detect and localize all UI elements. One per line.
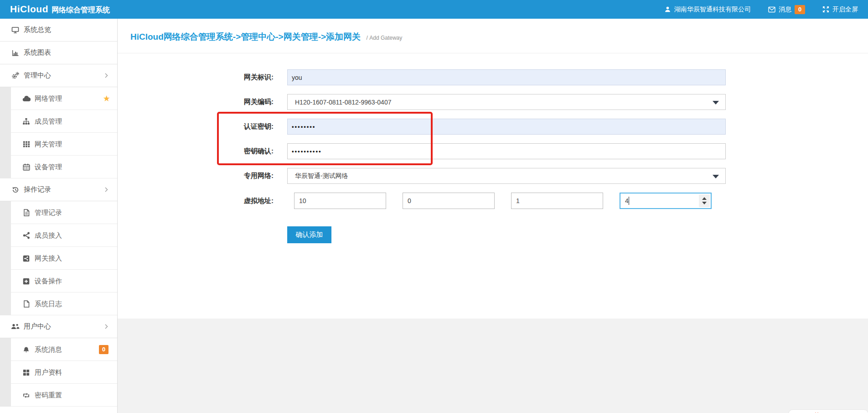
sidebar-item-label: 成员管理 xyxy=(35,117,62,126)
sidebar-item-label: 设备管理 xyxy=(35,163,62,172)
top-bar: HiCloud 网络综合管理系统 湖南华辰智通科技有限公司 消息 0 xyxy=(0,0,868,19)
spinner-down-icon[interactable] xyxy=(702,202,707,204)
breadcrumb-suffix: / Add Gateway xyxy=(367,35,403,41)
sidebar-item-user-center[interactable]: 用户中心 xyxy=(0,315,117,338)
brand-suffix: 网络综合管理系统 xyxy=(52,5,110,15)
gateway-code-value: H120-1607-0811-0812-9963-0407 xyxy=(295,99,391,106)
sidebar-item-label: 网络管理 xyxy=(35,94,62,103)
form-row-gateway-id: 网关标识: xyxy=(118,69,868,85)
envelope-icon xyxy=(768,6,775,13)
add-gateway-form: 网关标识: 网关编码: H120-1607-0811-0812-9963-040… xyxy=(118,69,868,243)
auth-key-label: 认证密钥: xyxy=(118,122,274,131)
sitemap-icon xyxy=(22,118,31,125)
sidebar-item-system-charts[interactable]: 系统图表 xyxy=(0,42,117,64)
sidebar-item-admin-center[interactable]: 管理中心 xyxy=(0,64,117,87)
star-icon[interactable]: ★ xyxy=(103,94,110,104)
company-name: 湖南华辰智通科技有限公司 xyxy=(674,5,751,14)
messages-menu[interactable]: 消息 0 xyxy=(768,5,805,14)
sidebar-item-label: 密码重置 xyxy=(35,391,62,400)
virtual-address-octet-3[interactable] xyxy=(511,193,603,209)
sidebar-item-network-mgmt[interactable]: 网络管理 ★ xyxy=(0,87,117,110)
form-row-private-network: 专用网络: 华辰智通-测试网络 xyxy=(118,168,868,184)
sidebar-item-label: 管理记录 xyxy=(35,209,62,217)
sidebar-item-member-mgmt[interactable]: 成员管理 xyxy=(0,110,117,133)
main-content: HiCloud网络综合管理系统->管理中心->网关管理->添加网关 / Add … xyxy=(118,19,868,319)
floating-widget[interactable] xyxy=(788,409,868,413)
dropdown-caret-icon xyxy=(713,175,719,178)
sidebar-item-label: 系统总览 xyxy=(24,26,51,34)
sidebar-item-gateway-mgmt[interactable]: 网关管理 xyxy=(0,133,117,156)
sidebar-item-admin-records[interactable]: 管理记录 xyxy=(0,201,117,224)
bar-chart-icon xyxy=(11,49,20,57)
chevron-right-icon xyxy=(105,186,108,194)
key-confirm-input[interactable] xyxy=(287,143,726,159)
messages-label: 消息 xyxy=(779,5,791,14)
virtual-address-octet-4[interactable] xyxy=(620,193,712,209)
form-row-auth-key: 认证密钥: xyxy=(118,119,868,135)
retweet-icon xyxy=(22,392,31,399)
cloud-icon xyxy=(22,95,31,103)
text-cursor xyxy=(629,197,629,205)
sidebar-item-label: 用户资料 xyxy=(35,368,62,377)
confirm-add-button[interactable]: 确认添加 xyxy=(287,226,331,243)
sidebar-nav: 系统总览 系统图表 管理中心 网络管理 ★ 成员管理 网关管理 xyxy=(0,19,118,413)
user-icon xyxy=(664,6,671,13)
gateway-code-select[interactable]: H120-1607-0811-0812-9963-0407 xyxy=(287,94,726,110)
sidebar-item-device-mgmt[interactable]: 设备管理 xyxy=(0,156,117,178)
brand-name: HiCloud xyxy=(10,4,48,15)
notification-badge: 0 xyxy=(99,345,108,354)
breadcrumb: HiCloud网络综合管理系统->管理中心->网关管理->添加网关 xyxy=(130,32,361,42)
share-square-icon xyxy=(22,255,31,262)
sidebar-item-member-access[interactable]: 成员接入 xyxy=(0,224,117,247)
fullscreen-label: 开启全屏 xyxy=(832,5,858,14)
sidebar-item-user-profile[interactable]: 用户资料 xyxy=(0,361,117,384)
virtual-address-octet-1[interactable] xyxy=(294,193,386,209)
users-icon xyxy=(11,323,20,330)
desktop-icon xyxy=(11,26,20,34)
sidebar-item-system-messages[interactable]: 系统消息 0 xyxy=(0,338,117,361)
calendar-icon xyxy=(22,163,31,171)
gears-icon xyxy=(11,72,20,79)
sidebar-item-operation-records[interactable]: 操作记录 xyxy=(0,178,117,201)
form-row-gateway-code: 网关编码: H120-1607-0811-0812-9963-0407 xyxy=(118,94,868,110)
plus-square-icon xyxy=(22,277,31,285)
file-icon xyxy=(22,300,31,308)
sidebar-item-label: 管理中心 xyxy=(24,71,51,80)
sidebar-item-device-operation[interactable]: 设备操作 xyxy=(0,270,117,293)
sidebar-item-label: 系统消息 xyxy=(35,345,62,354)
private-network-select[interactable]: 华辰智通-测试网络 xyxy=(287,168,726,184)
th-large-icon xyxy=(22,369,31,376)
sidebar-item-system-overview[interactable]: 系统总览 xyxy=(0,19,117,42)
sidebar-item-password-reset[interactable]: 密码重置 xyxy=(0,384,117,407)
gateway-id-label: 网关标识: xyxy=(118,73,274,82)
account-menu[interactable]: 湖南华辰智通科技有限公司 xyxy=(664,5,751,14)
fullscreen-icon xyxy=(822,6,829,13)
chevron-right-icon xyxy=(105,323,108,331)
form-row-virtual-address: 虚拟地址: xyxy=(118,193,868,209)
bell-icon xyxy=(22,346,31,354)
form-row-key-confirm: 密钥确认: xyxy=(118,143,868,159)
auth-key-input[interactable] xyxy=(287,119,726,135)
sidebar-item-label: 设备操作 xyxy=(35,277,62,286)
sidebar-item-label: 操作记录 xyxy=(24,185,51,194)
virtual-address-octet-2[interactable] xyxy=(403,193,495,209)
spinner-up-icon[interactable] xyxy=(702,197,707,200)
fullscreen-toggle[interactable]: 开启全屏 xyxy=(822,5,858,14)
grid-icon xyxy=(22,141,31,148)
dropdown-caret-icon xyxy=(713,101,719,105)
share-icon xyxy=(22,232,31,240)
number-spinner[interactable] xyxy=(699,194,710,207)
gateway-code-label: 网关编码: xyxy=(118,98,274,106)
sidebar-item-label: 系统图表 xyxy=(24,48,51,57)
history-icon xyxy=(11,186,20,193)
private-network-value: 华辰智通-测试网络 xyxy=(295,172,348,180)
sidebar-item-system-log[interactable]: 系统日志 xyxy=(0,293,117,315)
sidebar-item-label: 系统日志 xyxy=(35,300,62,308)
gateway-id-input[interactable] xyxy=(287,69,726,85)
sidebar-item-gateway-access[interactable]: 网关接入 xyxy=(0,247,117,270)
virtual-address-label: 虚拟地址: xyxy=(118,197,274,205)
private-network-label: 专用网络: xyxy=(118,172,274,180)
sidebar-item-label: 成员接入 xyxy=(35,231,62,240)
chevron-right-icon xyxy=(105,72,108,80)
messages-count-badge: 0 xyxy=(795,5,805,14)
